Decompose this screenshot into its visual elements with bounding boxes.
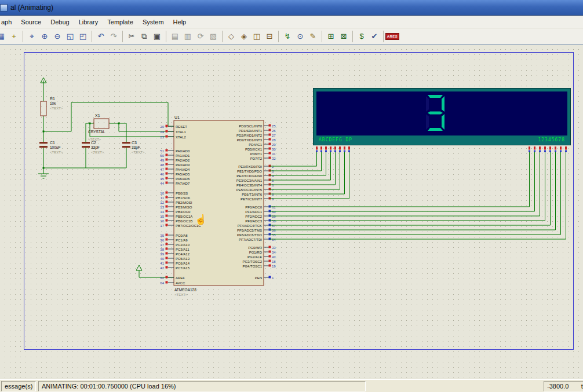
pin-state-marker (166, 243, 168, 246)
display-pin[interactable] (529, 146, 530, 150)
netlist-to-ares-button[interactable]: ARES (386, 30, 399, 43)
new-sheet-button[interactable]: ⊞ (325, 30, 337, 43)
display-pin[interactable] (544, 146, 546, 150)
display-pin[interactable] (560, 146, 562, 150)
display-pin[interactable] (325, 146, 327, 150)
pin-label: PB4/OC0 (176, 210, 191, 214)
wire-autorouter-button[interactable]: ↯ (281, 30, 294, 43)
pin-label: PD2/RXD1/INT2 (236, 134, 263, 137)
display-pin[interactable] (565, 146, 567, 150)
pin-number: 28 (272, 138, 276, 142)
menu-aph[interactable]: aph (0, 17, 16, 27)
display-pin[interactable] (344, 146, 345, 150)
pin-label: PC2/A10 (176, 243, 190, 247)
pin-label: PA0/AD0 (176, 149, 190, 153)
zoom-all-button[interactable]: ◱ (64, 30, 76, 43)
packaging-tool-button[interactable]: ◫ (250, 30, 263, 43)
block-copy-button[interactable]: ▤ (169, 30, 181, 43)
display-pin[interactable] (549, 146, 551, 150)
pin-state-marker (269, 134, 271, 136)
block-rotate-button[interactable]: ⟳ (194, 30, 207, 43)
electrical-rule-check-button[interactable]: ✔ (368, 30, 381, 43)
display-pin[interactable] (316, 146, 318, 150)
pin-state-marker (166, 224, 168, 226)
capacitor-c3[interactable] (122, 142, 130, 144)
undo-button[interactable]: ↶ (94, 30, 107, 43)
pin-state-marker (166, 201, 168, 203)
pin-number: 49 (160, 159, 164, 162)
display-pin[interactable] (534, 146, 535, 150)
copy-button[interactable]: ⧉ (138, 30, 151, 43)
window-titlebar[interactable]: al (Animating) (0, 0, 583, 16)
menu-library[interactable]: Library (74, 17, 103, 27)
r1-value: 10k (50, 101, 56, 105)
electrical-rule-check-icon: ✔ (371, 32, 378, 41)
display-pin-state (539, 151, 541, 152)
display-pin[interactable] (555, 146, 556, 150)
display-pin-state (534, 151, 535, 152)
segment-g (428, 112, 443, 115)
remove-sheet-button[interactable]: ⊠ (337, 30, 350, 43)
origin-button[interactable]: + (8, 30, 20, 43)
packaging-tool-icon: ◫ (253, 32, 260, 41)
cut-button[interactable]: ✂ (125, 30, 138, 43)
block-rotate-icon: ⟳ (198, 32, 204, 41)
property-assignment-button[interactable]: ✎ (307, 30, 319, 43)
display-pin[interactable] (334, 146, 336, 150)
zoom-area-button[interactable]: ◰ (76, 30, 89, 43)
make-device-button[interactable]: ◈ (238, 30, 250, 43)
pin-number: 25 (272, 124, 276, 128)
bill-of-materials-button[interactable]: $ (355, 30, 368, 43)
pin-state-marker (269, 255, 271, 258)
display-pin-labels: ABCDEFG DP 12345678 (316, 137, 567, 143)
center-at-cursor-button[interactable]: ⌖ (25, 30, 38, 43)
pin-number: 19 (272, 265, 276, 268)
capacitor-c2[interactable] (82, 142, 90, 144)
pin-label: PG3/TOSC2 (242, 260, 262, 263)
display-pin[interactable] (339, 146, 341, 150)
zoom-in-button[interactable]: ⊕ (38, 30, 51, 43)
display-pin[interactable] (348, 146, 350, 150)
display-pin[interactable] (320, 146, 322, 150)
capacitor-c3-plate (122, 146, 130, 148)
decompose-button[interactable]: ⊟ (263, 30, 276, 43)
block-delete-button[interactable]: ▧ (207, 30, 220, 43)
crystal-x1[interactable] (94, 119, 109, 129)
pin-label: PE2/XCK0/AIN0 (236, 174, 262, 178)
display-pin-state (560, 151, 562, 152)
dot-grid-button[interactable]: ▦ (0, 30, 8, 43)
coordinate-value: -3800.0 (547, 383, 569, 390)
menu-system[interactable]: System (138, 17, 169, 27)
pin-label: PA5/AD5 (176, 173, 190, 176)
zoom-out-button[interactable]: ⊖ (51, 30, 64, 43)
display-pin[interactable] (330, 146, 331, 150)
pin-label: PD6/T1 (250, 152, 263, 156)
pin-state-marker (166, 163, 168, 166)
pin-number: 16 (160, 219, 164, 223)
pin-number: 11 (161, 196, 165, 200)
seven-segment-display[interactable]: ABCDEFG DP 12345678 (313, 88, 571, 145)
menu-source[interactable]: Source (16, 17, 46, 27)
schematic-wires[interactable] (43, 80, 174, 277)
menu-template[interactable]: Template (103, 17, 138, 27)
pin-number: 10 (160, 192, 164, 195)
c3-text: <TEXT> (132, 151, 145, 154)
search-and-tag-button[interactable]: ⊙ (294, 30, 307, 43)
pick-parts-button[interactable]: ◇ (225, 30, 238, 43)
display-bus-wires[interactable] (269, 152, 566, 240)
dot-grid-icon: ▦ (0, 32, 5, 41)
block-move-button[interactable]: ▥ (181, 30, 194, 43)
menu-debug[interactable]: Debug (46, 17, 74, 27)
paste-button[interactable]: ▣ (151, 30, 163, 43)
schematic-canvas[interactable]: R1 10k <TEXT> X1 CRYSTAL <TEXT> C1 100uF… (0, 45, 583, 379)
display-pin-state (348, 151, 350, 152)
display-pin[interactable] (539, 146, 541, 150)
pin-number: 20 (160, 125, 164, 129)
resistor-r1[interactable] (41, 101, 46, 116)
redo-button[interactable]: ↷ (107, 30, 120, 43)
pin-number: 29 (272, 143, 276, 146)
menu-help[interactable]: Help (169, 17, 191, 27)
pin-number: 13 (160, 206, 164, 209)
c1-ref: C1 (50, 141, 55, 145)
capacitor-c1[interactable] (39, 142, 48, 144)
